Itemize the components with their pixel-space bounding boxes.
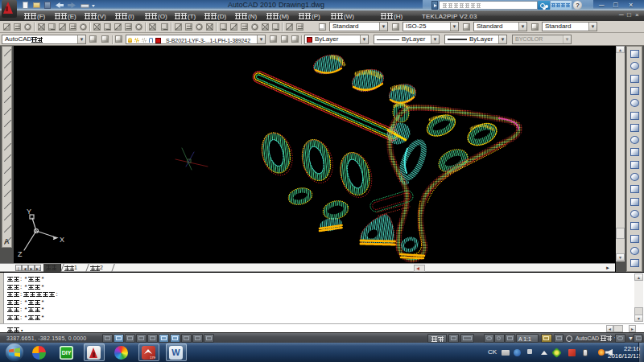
svg-text:Z: Z: [18, 250, 23, 258]
svg-text:X: X: [60, 236, 64, 244]
svg-text:Y: Y: [27, 208, 31, 216]
